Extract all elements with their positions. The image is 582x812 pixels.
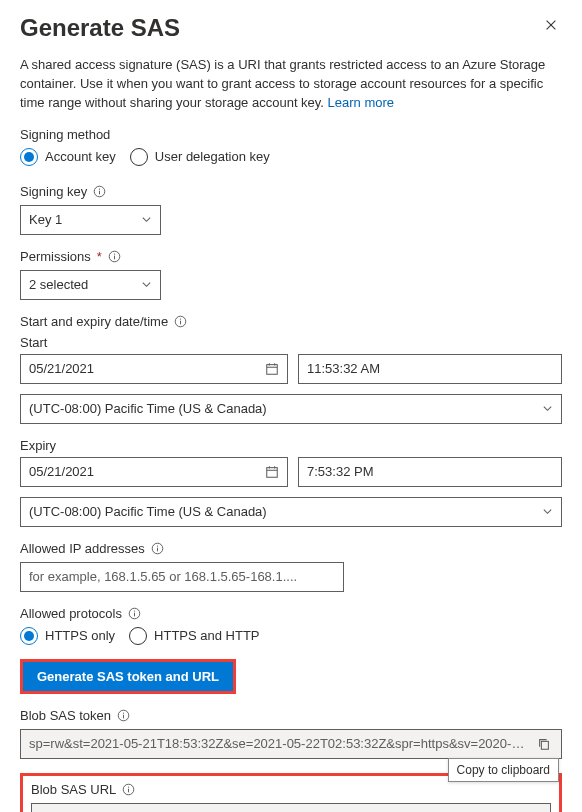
radio-https-and-http[interactable]: HTTPS and HTTP bbox=[129, 627, 259, 645]
radio-account-key[interactable]: Account key bbox=[20, 148, 116, 166]
expiry-date-value: 05/21/2021 bbox=[29, 464, 94, 479]
expiry-timezone-select[interactable]: (UTC-08:00) Pacific Time (US & Canada) bbox=[20, 497, 562, 527]
signing-method-label: Signing method bbox=[20, 127, 110, 142]
start-date-value: 05/21/2021 bbox=[29, 361, 94, 376]
calendar-icon bbox=[265, 362, 279, 376]
radio-icon bbox=[129, 627, 147, 645]
copy-sas-url-button[interactable] bbox=[524, 809, 542, 812]
required-marker: * bbox=[97, 249, 102, 264]
close-button[interactable] bbox=[540, 14, 562, 39]
radio-label-https-and-http: HTTPS and HTTP bbox=[154, 628, 259, 643]
expiry-time-input[interactable]: 7:53:32 PM bbox=[298, 457, 562, 487]
sas-url-highlight: Copy to clipboard Blob SAS URL https://m… bbox=[20, 773, 562, 812]
start-timezone-value: (UTC-08:00) Pacific Time (US & Canada) bbox=[29, 401, 267, 416]
radio-user-delegation-key[interactable]: User delegation key bbox=[130, 148, 270, 166]
radio-icon bbox=[20, 627, 38, 645]
start-time-input[interactable]: 11:53:32 AM bbox=[298, 354, 562, 384]
allowed-protocols-label: Allowed protocols bbox=[20, 606, 122, 621]
radio-icon bbox=[20, 148, 38, 166]
allowed-ip-placeholder: for example, 168.1.5.65 or 168.1.5.65-16… bbox=[29, 569, 297, 584]
signing-key-label: Signing key bbox=[20, 184, 87, 199]
radio-icon bbox=[130, 148, 148, 166]
radio-https-only[interactable]: HTTPS only bbox=[20, 627, 115, 645]
allowed-ip-label: Allowed IP addresses bbox=[20, 541, 145, 556]
sas-url-label: Blob SAS URL bbox=[31, 782, 116, 797]
permissions-label: Permissions bbox=[20, 249, 91, 264]
expiry-timezone-value: (UTC-08:00) Pacific Time (US & Canada) bbox=[29, 504, 267, 519]
expiry-date-input[interactable]: 05/21/2021 bbox=[20, 457, 288, 487]
chevron-down-icon bbox=[141, 279, 152, 290]
sas-token-output: sp=rw&st=2021-05-21T18:53:32Z&se=2021-05… bbox=[20, 729, 562, 759]
expiry-time-value: 7:53:32 PM bbox=[307, 464, 374, 479]
radio-label-https-only: HTTPS only bbox=[45, 628, 115, 643]
info-icon[interactable] bbox=[93, 185, 106, 198]
copy-icon bbox=[537, 737, 551, 751]
generate-button-highlight: Generate SAS token and URL bbox=[20, 659, 236, 694]
start-expiry-label: Start and expiry date/time bbox=[20, 314, 168, 329]
radio-label-account-key: Account key bbox=[45, 149, 116, 164]
info-icon[interactable] bbox=[151, 542, 164, 555]
calendar-icon bbox=[265, 465, 279, 479]
generate-sas-button[interactable]: Generate SAS token and URL bbox=[23, 662, 233, 691]
signing-key-select[interactable]: Key 1 bbox=[20, 205, 161, 235]
info-icon[interactable] bbox=[117, 709, 130, 722]
chevron-down-icon bbox=[542, 506, 553, 517]
chevron-down-icon bbox=[141, 214, 152, 225]
info-icon[interactable] bbox=[122, 783, 135, 796]
sas-url-output: https://mystorageaccountvdalc.blob.core.… bbox=[31, 803, 551, 812]
copy-tooltip: Copy to clipboard bbox=[448, 758, 559, 782]
start-timezone-select[interactable]: (UTC-08:00) Pacific Time (US & Canada) bbox=[20, 394, 562, 424]
allowed-ip-input[interactable]: for example, 168.1.5.65 or 168.1.5.65-16… bbox=[20, 562, 344, 592]
close-icon bbox=[544, 20, 558, 35]
info-icon[interactable] bbox=[108, 250, 121, 263]
info-icon[interactable] bbox=[128, 607, 141, 620]
learn-more-link[interactable]: Learn more bbox=[328, 95, 394, 110]
permissions-value: 2 selected bbox=[29, 277, 88, 292]
description-text: A shared access signature (SAS) is a URI… bbox=[20, 57, 545, 110]
radio-label-delegation-key: User delegation key bbox=[155, 149, 270, 164]
start-time-value: 11:53:32 AM bbox=[307, 361, 380, 376]
copy-sas-token-button[interactable] bbox=[535, 735, 553, 753]
signing-key-value: Key 1 bbox=[29, 212, 62, 227]
sas-token-label: Blob SAS token bbox=[20, 708, 111, 723]
sas-token-value: sp=rw&st=2021-05-21T18:53:32Z&se=2021-05… bbox=[29, 736, 535, 751]
start-date-input[interactable]: 05/21/2021 bbox=[20, 354, 288, 384]
start-label: Start bbox=[20, 335, 562, 350]
chevron-down-icon bbox=[542, 403, 553, 414]
info-icon[interactable] bbox=[174, 315, 187, 328]
permissions-select[interactable]: 2 selected bbox=[20, 270, 161, 300]
panel-title: Generate SAS bbox=[20, 14, 180, 42]
expiry-label: Expiry bbox=[20, 438, 562, 453]
panel-description: A shared access signature (SAS) is a URI… bbox=[20, 56, 562, 113]
